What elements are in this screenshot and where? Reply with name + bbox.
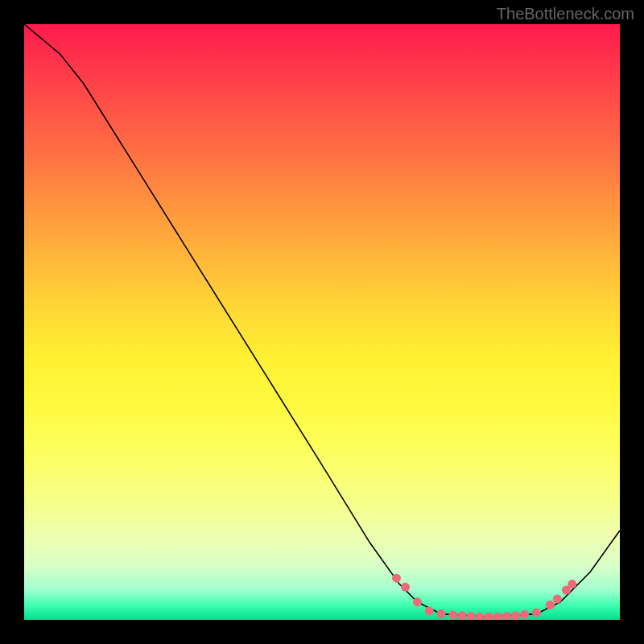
data-marker (457, 611, 466, 620)
data-marker (502, 612, 511, 620)
data-markers-group (392, 574, 576, 620)
data-marker (448, 611, 457, 620)
data-marker (425, 606, 434, 615)
data-marker (467, 612, 476, 620)
data-marker (562, 586, 571, 595)
data-marker (520, 610, 529, 619)
data-marker (392, 574, 401, 583)
data-marker (568, 580, 576, 588)
data-marker (476, 613, 485, 620)
data-marker (511, 611, 520, 620)
bottleneck-curve (24, 24, 620, 617)
data-marker (532, 609, 541, 617)
attribution-text: TheBottleneck.com (497, 5, 634, 23)
data-marker (553, 595, 562, 604)
data-marker (493, 613, 502, 620)
data-marker (485, 613, 493, 620)
data-marker (437, 609, 446, 618)
data-marker (401, 583, 410, 592)
chart-svg (24, 24, 620, 620)
data-marker (413, 597, 422, 606)
chart-gradient-background (24, 24, 620, 620)
data-marker (546, 601, 555, 609)
